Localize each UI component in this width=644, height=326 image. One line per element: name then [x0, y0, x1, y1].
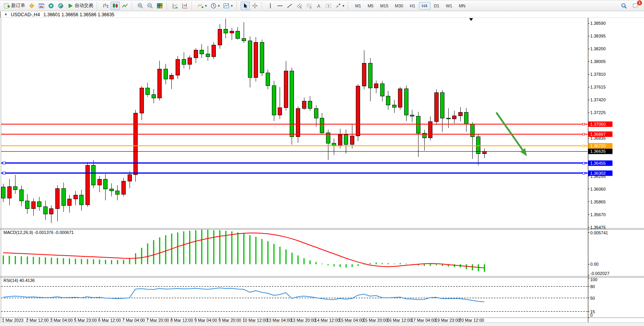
- chevron-down-icon[interactable]: ▾: [205, 4, 207, 8]
- chart-shift-marker[interactable]: [469, 18, 473, 21]
- candle-body: [134, 113, 138, 174]
- macd-histogram-bar: [39, 257, 40, 264]
- market-button[interactable]: [46, 2, 56, 10]
- search-button[interactable]: [619, 2, 629, 10]
- search-icon: [621, 3, 627, 9]
- candle-body: [80, 195, 84, 205]
- cursor-icon: [242, 3, 248, 9]
- candle-chart-button[interactable]: [111, 2, 120, 10]
- macd-histogram-bar: [357, 264, 359, 266]
- candle-body: [338, 135, 342, 146]
- line-chart-button[interactable]: [120, 2, 130, 10]
- chart-collapse-icon[interactable]: ▼: [4, 13, 7, 16]
- line-handle[interactable]: [583, 145, 584, 147]
- macd-histogram-bar: [57, 258, 58, 264]
- bar-chart-icon: [102, 3, 109, 9]
- line-handle[interactable]: [583, 133, 584, 135]
- notifications-button[interactable]: 1: [631, 2, 640, 10]
- macd-histogram-bar: [370, 263, 371, 264]
- candle-body: [38, 201, 41, 207]
- timeframe-d1-button[interactable]: D1: [431, 2, 442, 10]
- timeframe-m1-button[interactable]: M1: [352, 2, 364, 10]
- autotrade-button[interactable]: 自动交易: [66, 2, 95, 10]
- macd-histogram-bar: [267, 241, 268, 265]
- candle-body: [380, 84, 384, 96]
- equidistant-channel-button[interactable]: E: [295, 2, 304, 10]
- line-handle[interactable]: [583, 162, 584, 164]
- macd-histogram-bar: [352, 264, 353, 267]
- price-badge-text: 1.37050: [590, 122, 606, 126]
- timeframe-h4-button[interactable]: H4: [419, 2, 430, 10]
- timeframe-h1-button[interactable]: H1: [407, 2, 419, 10]
- auto-scroll-button[interactable]: [171, 2, 180, 10]
- chevron-down-icon[interactable]: ▾: [343, 4, 345, 8]
- periods-button[interactable]: ▾: [209, 2, 222, 10]
- new-chart-button[interactable]: [37, 2, 46, 10]
- macd-histogram-bar: [400, 263, 401, 264]
- line-handle[interactable]: [583, 123, 584, 125]
- macd-histogram-bar: [81, 259, 82, 265]
- price-axis-label: 1.38590: [590, 21, 606, 26]
- macd-histogram-bar: [297, 256, 299, 265]
- timeframe-m30-button[interactable]: M30: [392, 2, 406, 10]
- indicators-button[interactable]: ▾: [196, 2, 208, 10]
- timeframe-mn-button[interactable]: MN: [456, 2, 468, 10]
- macd-histogram-bar: [45, 258, 46, 265]
- fibonacci-retracement-button[interactable]: F: [304, 2, 314, 10]
- candle-body: [50, 209, 53, 214]
- macd-histogram-bar: [3, 256, 4, 265]
- candle-body: [386, 96, 390, 105]
- text-label-button[interactable]: T: [324, 2, 333, 10]
- crosshair-button[interactable]: [250, 2, 260, 10]
- macd-axis-label: 0.005741: [590, 230, 608, 235]
- tile-windows-button[interactable]: [155, 2, 164, 10]
- zoom-in-button[interactable]: [136, 2, 145, 10]
- line-handle[interactable]: [3, 172, 5, 174]
- horizontal-line-button[interactable]: [275, 2, 285, 10]
- line-handle[interactable]: [583, 172, 584, 174]
- candle-body: [308, 101, 312, 109]
- cursor-button[interactable]: [241, 2, 250, 10]
- candle-body: [164, 69, 167, 79]
- current-price-badge-text: 1.36635: [590, 149, 606, 154]
- timeframe-w1-button[interactable]: W1: [443, 2, 456, 10]
- candle-body: [116, 191, 120, 195]
- candle-body: [398, 89, 402, 108]
- chart-region[interactable]: MACD(12,26,9) -0.001376 -0.000671RSI(14)…: [0, 18, 644, 323]
- zoom-out-button[interactable]: [145, 2, 155, 10]
- macd-histogram-bar: [340, 264, 341, 267]
- macd-label: MACD(12,26,9) -0.001376 -0.000671: [3, 230, 74, 235]
- chevron-down-icon[interactable]: ▾: [231, 4, 233, 8]
- bar-chart-button[interactable]: [101, 2, 110, 10]
- candle-body: [248, 41, 252, 78]
- templates-button[interactable]: ▾: [222, 2, 234, 10]
- signals-icon: [58, 3, 64, 9]
- chart-canvas[interactable]: MACD(12,26,9) -0.001376 -0.000671RSI(14)…: [0, 18, 644, 323]
- trend-line-button[interactable]: [285, 2, 294, 10]
- chevron-down-icon[interactable]: ▾: [218, 4, 220, 8]
- time-axis-label: 7 Mar 04:00: [122, 318, 145, 323]
- toolbar-right-group: 1: [619, 2, 642, 10]
- candle-body: [109, 189, 113, 191]
- text-label-icon: T: [325, 3, 331, 9]
- timeframe-m5-button[interactable]: M5: [364, 2, 376, 10]
- arrows-tool-button[interactable]: ▾: [333, 2, 346, 10]
- macd-histogram-bar: [388, 263, 389, 264]
- toolbar-separator: [132, 2, 134, 10]
- vertical-line-icon: [267, 3, 273, 9]
- pane-borders: [0, 18, 644, 322]
- macd-histogram-bar: [279, 247, 280, 264]
- macd-histogram-bar: [333, 264, 335, 266]
- timeframe-m15-button[interactable]: M15: [377, 2, 391, 10]
- candle-body: [254, 42, 258, 78]
- vertical-line-button[interactable]: [266, 2, 275, 10]
- new-order-button[interactable]: 新订单: [2, 2, 27, 10]
- candle-body: [314, 108, 318, 118]
- signals-button[interactable]: [56, 2, 65, 10]
- toolbar-separator: [166, 2, 169, 10]
- line-handle[interactable]: [3, 162, 5, 164]
- text-button[interactable]: A: [314, 2, 323, 10]
- candle-body: [182, 59, 186, 65]
- metaeditor-button[interactable]: [27, 2, 36, 10]
- chart-shift-button[interactable]: [180, 2, 190, 10]
